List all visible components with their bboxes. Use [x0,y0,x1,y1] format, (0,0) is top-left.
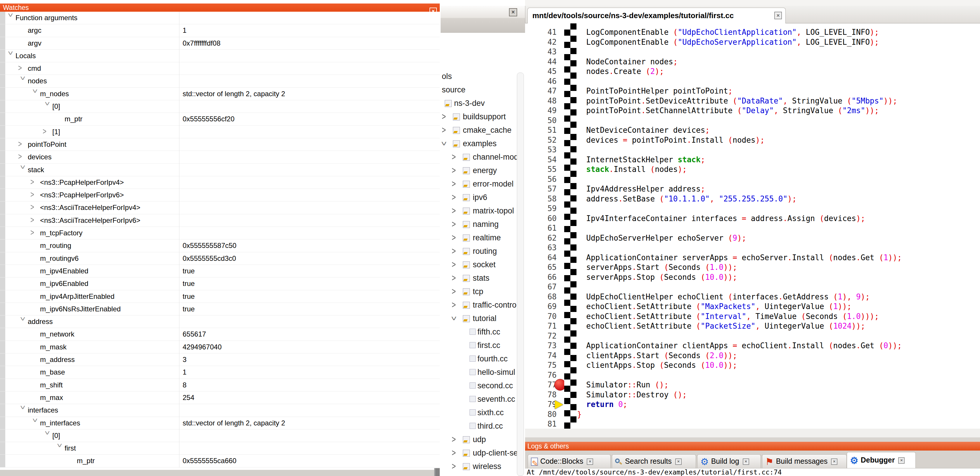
code-line-68[interactable]: 68 UdpEchoClientHelper echoClient (inter… [525,292,980,302]
line-number[interactable]: 56 [525,174,557,184]
code-line-52[interactable]: 52 devices = pointToPoint.Install (nodes… [525,135,980,145]
code-line-64[interactable]: 64 ApplicationContainer serverApps = ech… [525,253,980,263]
tree-item-tutorial[interactable]: >tutorial [441,312,525,326]
expand-chevron-icon[interactable]: > [30,177,39,187]
tree-item-routing[interactable]: >routing [441,245,525,259]
watch-row[interactable]: m_base1 [0,366,440,379]
code-line-61[interactable]: 61 [525,224,980,233]
code-line-66[interactable]: 66 serverApps.Stop (Seconds (10.0)); [525,273,980,283]
log-tab-debugger[interactable]: ⚙Debugger× [847,452,916,468]
line-number[interactable]: 57 [525,184,557,194]
expand-chevron-icon[interactable]: > [18,63,27,73]
line-number[interactable]: 71 [525,321,557,331]
tab-close-icon[interactable]: × [743,458,749,465]
expand-chevron-icon[interactable]: > [18,139,27,149]
code-line-57[interactable]: 57 Ipv4AddressHelper address; [525,184,980,194]
watch-row[interactable]: m_routing0x555555587c50 [0,240,440,252]
log-tab-search-results[interactable]: Search results× [612,454,696,468]
tree-item-udp-client-ser[interactable]: >udp-client-ser [441,447,525,460]
line-number[interactable]: 67 [525,282,557,292]
line-number[interactable]: 77 [525,380,557,390]
tree-item-ipv6[interactable]: >ipv6 [441,191,525,204]
project-tree-close-icon[interactable]: × [509,8,517,16]
tree-item-third-cc[interactable]: third.cc [441,420,525,433]
collapse-chevron-icon[interactable]: > [42,431,52,440]
line-number[interactable]: 79 [525,400,557,410]
watch-row[interactable]: m_ptr0x55555556cf20 [0,113,440,125]
expand-chevron-icon[interactable]: > [452,461,456,471]
line-number[interactable]: 46 [525,77,557,86]
watch-row[interactable]: m_address3 [0,353,440,366]
code-line-80[interactable]: 80} [525,410,980,420]
watch-row[interactable]: >m_tcpFactory [0,227,440,240]
collapse-chevron-icon[interactable]: > [5,13,15,22]
project-tree-scrollbar[interactable] [517,72,524,476]
code-line-75[interactable]: 75 clientApps.Stop (Seconds (10.0)); [525,361,980,371]
tree-item-seventh-cc[interactable]: seventh.cc [441,393,525,406]
expand-chevron-icon[interactable]: > [30,202,39,212]
collapse-chevron-icon[interactable]: > [30,418,40,427]
line-number[interactable]: 45 [525,67,557,77]
tab-close-icon[interactable]: × [831,458,837,465]
code-line-49[interactable]: 49 pointToPoint.SetChannelAttribute ("De… [525,106,980,116]
line-number[interactable]: 42 [525,37,557,47]
log-tab-build-messages[interactable]: ⚑Build messages× [762,454,847,468]
line-number[interactable]: 63 [525,243,557,253]
expand-chevron-icon[interactable]: > [452,286,456,297]
code-line-71[interactable]: 71 echoClient.SetAttribute ("PacketSize"… [525,321,980,331]
expand-chevron-icon[interactable]: > [18,152,27,162]
code-line-70[interactable]: 70 echoClient.SetAttribute ("Interval", … [525,311,980,322]
code-line-79[interactable]: 79 return 0; [525,400,980,410]
tree-item-udp[interactable]: >udp [441,433,525,447]
tree-item-fourth-cc[interactable]: fourth.cc [441,353,525,366]
editor-tab-first-cc[interactable]: mnt/dev/tools/source/ns-3-dev/examples/t… [527,8,786,23]
code-line-69[interactable]: 69 echoClient.SetAttribute ("MaxPackets"… [525,302,980,311]
editor-horizontal-scrollbar[interactable] [525,429,980,438]
code-line-53[interactable]: 53 [525,145,980,155]
line-number[interactable]: 80 [525,410,557,420]
tree-item-second-cc[interactable]: second.cc [441,380,525,393]
collapse-chevron-icon[interactable]: > [17,76,27,85]
code-line-81[interactable]: 81 [525,419,980,429]
tree-item-source[interactable]: source [441,84,525,97]
expand-chevron-icon[interactable]: > [442,112,446,122]
code-line-77[interactable]: 77 Simulator::Run (); [525,380,980,390]
watch-row[interactable]: >[0] [0,430,440,442]
watch-row[interactable]: >pointToPoint [0,138,440,151]
watch-row[interactable]: m_ipv6Enabledtrue [0,278,440,290]
line-number[interactable]: 61 [525,224,557,233]
line-number[interactable]: 76 [525,371,557,380]
watch-row[interactable]: >Function arguments [0,12,440,24]
code-line-56[interactable]: 56 [525,174,980,184]
code-line-41[interactable]: 41 LogComponentEnable ("UdpEchoClientApp… [525,27,980,37]
tree-item-examples[interactable]: >examples [441,137,525,151]
watch-row[interactable]: m_network655617 [0,328,440,341]
code-line-50[interactable]: 50 [525,116,980,126]
line-number[interactable]: 72 [525,331,557,341]
watch-row[interactable]: >[1] [0,126,440,138]
code-line-54[interactable]: 54 InternetStackHelper stack; [525,155,980,165]
tab-close-icon[interactable]: × [898,457,905,464]
expand-chevron-icon[interactable]: > [452,448,456,458]
code-line-59[interactable]: 59 [525,204,980,214]
line-number[interactable]: 41 [525,27,557,37]
line-number[interactable]: 68 [525,292,557,302]
code-line-55[interactable]: 55 stack.Install (nodes); [525,165,980,174]
logs-title-bar[interactable]: Logs & others [525,442,980,450]
expand-chevron-icon[interactable]: > [452,232,456,243]
code-line-46[interactable]: 46 [525,77,980,86]
expand-chevron-icon[interactable]: > [452,152,456,162]
code-line-67[interactable]: 67 [525,282,980,292]
line-number[interactable]: 50 [525,116,557,126]
line-number[interactable]: 59 [525,204,557,214]
tree-item-error-model[interactable]: >error-model [441,178,525,191]
tree-item-hello-simul[interactable]: hello-simul [441,366,525,380]
tree-item-stats[interactable]: >stats [441,272,525,285]
code-line-43[interactable]: 43 [525,47,980,57]
expand-chevron-icon[interactable]: > [452,192,456,203]
collapse-chevron-icon[interactable]: > [449,316,459,321]
watch-row[interactable]: m_ptr0x5555555ca660 [0,455,440,467]
line-number[interactable]: 49 [525,106,557,116]
code-line-48[interactable]: 48 pointToPoint.SetDeviceAttribute ("Dat… [525,96,980,106]
collapse-chevron-icon[interactable]: > [42,102,52,110]
